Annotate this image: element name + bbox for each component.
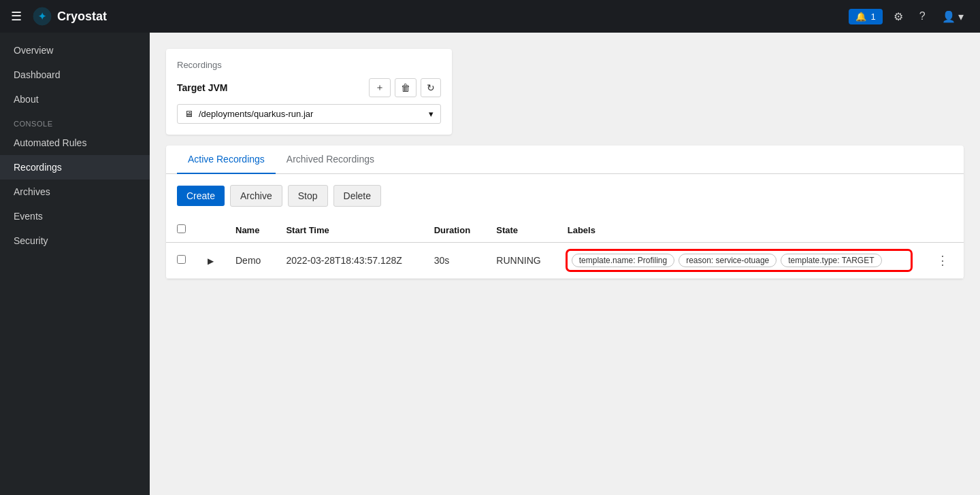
delete-target-button[interactable]: 🗑 (395, 78, 416, 97)
row-actions-cell[interactable]: ⋮ (921, 243, 964, 279)
expand-cell[interactable]: ▶ (197, 243, 225, 279)
col-start-time: Start Time (275, 218, 423, 243)
labels-highlight-box: template.name: Profiling reason: service… (568, 251, 911, 270)
sidebar-item-label: Dashboard (14, 69, 61, 80)
sidebar-item-label: About (14, 94, 39, 105)
notification-count: 1 (870, 12, 875, 22)
sidebar-item-label: Overview (14, 45, 53, 56)
refresh-target-button[interactable]: ↻ (421, 78, 441, 97)
sidebar-item-label: Archives (14, 186, 50, 197)
topbar-actions: 🔔 1 ⚙ ? 👤 ▾ (849, 7, 969, 26)
select-all-checkbox[interactable] (177, 224, 186, 233)
sidebar-item-archives[interactable]: Archives (0, 180, 150, 204)
target-jvm-row: Target JVM ＋ 🗑 ↻ (177, 78, 441, 97)
sidebar-section-console: Console (0, 112, 150, 131)
bell-icon: 🔔 (855, 12, 866, 22)
add-target-button[interactable]: ＋ (369, 78, 391, 97)
stop-button[interactable]: Stop (288, 185, 328, 207)
sidebar-item-label: Automated Rules (14, 137, 86, 148)
target-path-text: /deployments/quarkus-run.jar (199, 109, 313, 119)
sidebar-item-automated-rules[interactable]: Automated Rules (0, 131, 150, 155)
sidebar-item-overview[interactable]: Overview (0, 38, 150, 63)
tab-archived-recordings[interactable]: Archived Recordings (276, 146, 385, 174)
table-row: ▶ Demo 2022-03-28T18:43:57.128Z 30s RUNN… (166, 243, 964, 279)
expand-col-header (197, 218, 225, 243)
expand-row-button[interactable]: ▶ (208, 256, 214, 266)
sidebar-item-dashboard[interactable]: Dashboard (0, 63, 150, 87)
help-button[interactable]: ? (914, 7, 931, 25)
sidebar-item-label: Security (14, 235, 48, 246)
sidebar-item-recordings[interactable]: Recordings (0, 155, 150, 180)
tabs-header: Active Recordings Archived Recordings (166, 146, 964, 174)
row-checkbox[interactable] (177, 255, 186, 264)
sidebar-item-security[interactable]: Security (0, 228, 150, 253)
user-menu-button[interactable]: 👤 ▾ (936, 7, 969, 26)
target-select-dropdown[interactable]: 🖥 /deployments/quarkus-run.jar ▾ (177, 104, 441, 124)
row-state: RUNNING (485, 243, 556, 279)
create-button[interactable]: Create (177, 186, 225, 206)
notifications-button[interactable]: 🔔 1 (849, 9, 882, 24)
row-start-time: 2022-03-28T18:43:57.128Z (275, 243, 423, 279)
label-chip-2: template.type: TARGET (781, 254, 881, 267)
recordings-table: Name Start Time Duration State Labels (166, 218, 964, 279)
col-state: State (485, 218, 556, 243)
col-actions (921, 218, 964, 243)
target-jvm-label: Target JVM (177, 82, 227, 93)
select-all-header[interactable] (166, 218, 197, 243)
deployment-icon: 🖥 (184, 109, 193, 119)
cryostat-logo-icon: ✦ (33, 7, 52, 26)
sidebar: Overview Dashboard About Console Automat… (0, 33, 150, 495)
table-header: Name Start Time Duration State Labels (166, 218, 964, 243)
content-area: Active Recordings Archived Recordings Cr… (166, 146, 964, 279)
row-labels: template.name: Profiling reason: service… (557, 243, 921, 279)
table-body: ▶ Demo 2022-03-28T18:43:57.128Z 30s RUNN… (166, 243, 964, 279)
row-more-options-button[interactable]: ⋮ (932, 252, 953, 269)
target-jvm-actions: ＋ 🗑 ↻ (369, 78, 441, 97)
hamburger-menu[interactable]: ☰ (11, 9, 22, 24)
label-chip-1: reason: service-otuage (679, 254, 777, 267)
col-name: Name (225, 218, 275, 243)
chevron-down-icon: ▾ (429, 109, 434, 119)
delete-button[interactable]: Delete (333, 185, 381, 207)
svg-text:✦: ✦ (38, 11, 46, 22)
recordings-config-card: Recordings Target JVM ＋ 🗑 ↻ 🖥 /deploymen… (166, 49, 452, 135)
row-duration: 30s (423, 243, 486, 279)
app-logo[interactable]: ✦ Cryostat (33, 7, 849, 26)
sidebar-item-label: Recordings (14, 162, 62, 173)
layout: Overview Dashboard About Console Automat… (0, 33, 980, 495)
row-checkbox-cell[interactable] (166, 243, 197, 279)
row-name: Demo (225, 243, 275, 279)
recordings-card-title: Recordings (177, 60, 441, 70)
topbar: ☰ ✦ Cryostat 🔔 1 ⚙ ? 👤 ▾ (0, 0, 980, 33)
app-name: Cryostat (57, 10, 107, 24)
label-chip-0: template.name: Profiling (572, 254, 674, 267)
sidebar-item-label: Events (14, 211, 43, 222)
sidebar-item-events[interactable]: Events (0, 204, 150, 228)
tab-active-recordings[interactable]: Active Recordings (177, 146, 276, 174)
target-select-content: 🖥 /deployments/quarkus-run.jar (184, 109, 313, 119)
sidebar-item-about[interactable]: About (0, 87, 150, 112)
col-duration: Duration (423, 218, 486, 243)
main-content: Recordings Target JVM ＋ 🗑 ↻ 🖥 /deploymen… (150, 33, 980, 495)
settings-button[interactable]: ⚙ (888, 7, 909, 26)
archive-button[interactable]: Archive (230, 185, 282, 207)
col-labels: Labels (557, 218, 921, 243)
table-controls: Create Archive Stop Delete (166, 174, 964, 218)
